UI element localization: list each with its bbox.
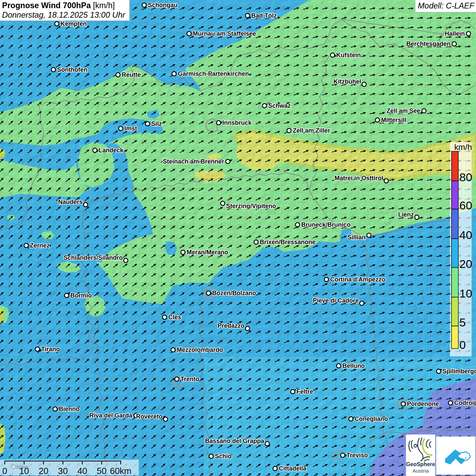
- svg-text:Schwaz: Schwaz: [268, 102, 291, 109]
- svg-text:Murnau am Staffelsee: Murnau am Staffelsee: [193, 30, 256, 37]
- svg-text:Austria: Austria: [412, 468, 429, 474]
- svg-text:Donnerstag, 18.12.2025 13:00 U: Donnerstag, 18.12.2025 13:00 Uhr: [2, 11, 125, 19]
- svg-text:60km: 60km: [110, 466, 132, 476]
- svg-text:5: 5: [459, 316, 466, 329]
- svg-text:Berchtesgaden: Berchtesgaden: [406, 40, 451, 47]
- svg-text:20: 20: [39, 466, 49, 476]
- svg-text:Landeck: Landeck: [99, 147, 124, 154]
- svg-text:Modell: C-LAEF: Modell: C-LAEF: [418, 1, 475, 10]
- svg-text:Treviso: Treviso: [346, 452, 368, 459]
- svg-text:Bassano del Grappa: Bassano del Grappa: [205, 438, 265, 444]
- svg-text:0: 0: [2, 466, 7, 476]
- svg-text:Mittersill: Mittersill: [381, 117, 406, 123]
- svg-text:10: 10: [19, 466, 29, 476]
- svg-text:60: 60: [459, 199, 472, 212]
- svg-text:Kufstein: Kufstein: [336, 52, 361, 58]
- svg-text:Mezzolombardo: Mezzolombardo: [177, 346, 223, 353]
- svg-text:Bad Tölz: Bad Tölz: [251, 12, 277, 19]
- svg-text:Cles: Cles: [168, 314, 181, 321]
- svg-text:Nauders: Nauders: [58, 199, 83, 205]
- svg-text:Conegliano: Conegliano: [355, 415, 388, 422]
- svg-text:Kitzbühel: Kitzbühel: [334, 78, 361, 85]
- svg-text:Bienno: Bienno: [59, 406, 80, 412]
- svg-text:km/h: km/h: [454, 142, 472, 152]
- svg-text:40: 40: [459, 228, 472, 241]
- svg-text:Bruneck/Brunico: Bruneck/Brunico: [301, 221, 351, 228]
- svg-text:Imst: Imst: [124, 125, 137, 132]
- svg-text:Hallein: Hallein: [445, 30, 465, 37]
- svg-text:Prognose Wind 700hPa [km/h]: Prognose Wind 700hPa [km/h]: [2, 1, 115, 10]
- svg-text:Silz: Silz: [151, 120, 162, 127]
- svg-text:Zell am Ziller: Zell am Ziller: [293, 127, 330, 134]
- svg-text:Trento: Trento: [181, 376, 199, 382]
- svg-text:Bormio: Bormio: [70, 292, 92, 299]
- svg-text:Pordenone: Pordenone: [407, 401, 439, 407]
- svg-text:Steinach am Brenner: Steinach am Brenner: [163, 158, 224, 165]
- svg-text:40: 40: [78, 466, 87, 476]
- svg-text:Sonthofen: Sonthofen: [57, 66, 87, 73]
- svg-text:Spilimbergo: Spilimbergo: [442, 368, 476, 375]
- svg-text:Codroipo: Codroipo: [454, 400, 476, 406]
- svg-text:Zernez: Zernez: [30, 242, 50, 249]
- svg-text:Feltre: Feltre: [296, 388, 313, 395]
- svg-text:Kempten: Kempten: [61, 20, 87, 27]
- svg-text:GeoSphere: GeoSphere: [406, 461, 435, 467]
- svg-text:30: 30: [58, 466, 68, 476]
- svg-text:10: 10: [459, 287, 472, 300]
- svg-text:Riva del Garda: Riva del Garda: [89, 412, 133, 419]
- svg-text:20: 20: [459, 257, 472, 270]
- svg-text:80: 80: [459, 171, 472, 184]
- svg-text:Predazzo: Predazzo: [218, 322, 244, 329]
- svg-text:Schio: Schio: [215, 453, 232, 460]
- svg-text:Garmisch-Partenkirchen: Garmisch-Partenkirchen: [178, 70, 249, 77]
- svg-text:Zell am See: Zell am See: [387, 107, 420, 114]
- svg-text:Reutte: Reutte: [122, 71, 141, 78]
- svg-text:Sillian: Sillian: [347, 234, 366, 241]
- svg-text:Pieve di Cadore: Pieve di Cadore: [313, 297, 359, 304]
- svg-text:Sterzing/Vipiteno: Sterzing/Vipiteno: [226, 203, 276, 209]
- svg-text:Brixen/Bressanone: Brixen/Bressanone: [260, 239, 316, 245]
- svg-text:0: 0: [459, 338, 466, 351]
- svg-text:Meran/Merano: Meran/Merano: [187, 249, 228, 256]
- svg-text:Lienz: Lienz: [398, 211, 414, 218]
- svg-text:Schongau: Schongau: [148, 2, 177, 8]
- svg-text:Rovereto: Rovereto: [136, 413, 163, 420]
- svg-text:Cortina d'Ampezzo: Cortina d'Ampezzo: [330, 276, 385, 283]
- svg-text:Cittadella: Cittadella: [279, 465, 307, 472]
- svg-text:50: 50: [97, 466, 107, 476]
- svg-text:Matrei in Osttirol: Matrei in Osttirol: [335, 175, 383, 182]
- svg-text:Bozen/Bolzano: Bozen/Bolzano: [212, 290, 256, 296]
- svg-text:Innsbruck: Innsbruck: [222, 119, 252, 126]
- svg-text:Belluno: Belluno: [342, 362, 365, 369]
- svg-text:Tirano: Tirano: [41, 346, 60, 353]
- svg-text:Schlanders/Silandro: Schlanders/Silandro: [64, 254, 123, 261]
